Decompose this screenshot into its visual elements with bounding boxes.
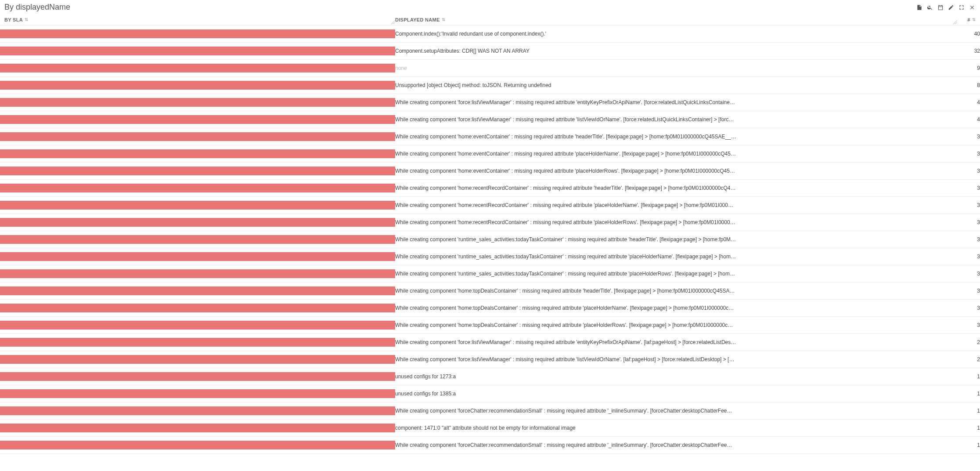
table-row[interactable]: While creating component 'runtime_sales_… (0, 231, 980, 248)
sla-bar (0, 98, 395, 107)
table-row[interactable]: While creating component 'home:eventCont… (0, 145, 980, 163)
count-cell: 3 (957, 265, 980, 283)
sla-cell (0, 283, 395, 300)
sla-bar (0, 321, 395, 330)
table-row[interactable]: Component.setupAttributes: CDR[] WAS NOT… (0, 43, 980, 60)
table-row[interactable]: While creating component 'home:recentRec… (0, 214, 980, 231)
count-cell: 3 (957, 214, 980, 231)
count-cell: 2 (957, 351, 980, 368)
sla-cell (0, 368, 395, 385)
displayed-name-cell: While creating component 'home:recentRec… (395, 197, 957, 214)
displayed-name-cell: While creating component 'home:topDealsC… (395, 300, 957, 317)
panel-header: By displayedName (0, 0, 980, 15)
count-cell: 3 (957, 283, 980, 300)
displayed-name-cell: unused configs for 1385:a (395, 385, 957, 402)
table-row[interactable]: Component.index():'Invalid redundant use… (0, 25, 980, 43)
column-resize-handle[interactable] (951, 16, 957, 22)
time-range-button[interactable] (937, 4, 944, 11)
count-cell: 1 (957, 368, 980, 385)
table-row[interactable]: While creating component 'force:listView… (0, 94, 980, 111)
column-header-by-sla[interactable]: BY SLA ⇅ (4, 17, 395, 22)
column-header-displayed-name[interactable]: DISPLAYED NAME ⇅ (395, 17, 957, 22)
table-row[interactable]: While creating component 'runtime_sales_… (0, 248, 980, 265)
table-row[interactable]: While creating component 'force:listView… (0, 351, 980, 368)
displayed-name-cell: While creating component 'home:eventCont… (395, 163, 957, 180)
table-row[interactable]: While creating component 'forceChatter:r… (0, 437, 980, 454)
edit-button[interactable] (948, 4, 955, 11)
table-row[interactable]: While creating component 'home:recentRec… (0, 180, 980, 197)
displayed-name-cell: While creating component 'force:listView… (395, 351, 957, 368)
displayed-name-cell: While creating component 'home:eventCont… (395, 128, 957, 145)
sla-cell (0, 265, 395, 283)
count-cell: 32 (957, 43, 980, 60)
sort-icon: ⇅ (25, 18, 28, 22)
count-cell: 3 (957, 248, 980, 265)
count-cell: 3 (957, 231, 980, 248)
count-cell: 3 (957, 317, 980, 334)
count-cell: 3 (957, 300, 980, 317)
sla-bar (0, 269, 395, 278)
sla-bar (0, 372, 395, 381)
table-row[interactable]: While creating component 'force:listView… (0, 111, 980, 128)
table-row[interactable]: Unsupported [object Object] method: toJS… (0, 77, 980, 94)
column-header-label: DISPLAYED NAME (395, 17, 440, 22)
sla-bar (0, 286, 395, 295)
sla-cell (0, 300, 395, 317)
fullscreen-button[interactable] (958, 4, 965, 11)
count-cell: 3 (957, 145, 980, 163)
count-cell: 4 (957, 111, 980, 128)
displayed-name-cell: component: 1471:0 "alt" attribute should… (395, 420, 957, 437)
sla-cell (0, 163, 395, 180)
table-row[interactable]: While creating component 'home:topDealsC… (0, 300, 980, 317)
table-row[interactable]: While creating component 'home:topDealsC… (0, 283, 980, 300)
sla-cell (0, 128, 395, 145)
count-cell: 2 (957, 334, 980, 351)
export-button[interactable] (916, 4, 923, 11)
table-row[interactable]: unused configs for 1385:a1 (0, 385, 980, 402)
displayed-name-cell: While creating component 'force:listView… (395, 111, 957, 128)
panel: By displayedName BY SLA ⇅ (0, 0, 980, 454)
displayed-name-cell: Component.setupAttributes: CDR[] WAS NOT… (395, 43, 957, 60)
count-cell: 40 (957, 25, 980, 43)
count-cell: 1 (957, 420, 980, 437)
count-cell: 3 (957, 163, 980, 180)
table-row[interactable]: unused configs for 1273:a1 (0, 368, 980, 385)
close-button[interactable] (969, 4, 976, 11)
displayed-name-cell: While creating component 'home:recentRec… (395, 214, 957, 231)
count-cell: 8 (957, 77, 980, 94)
sla-bar (0, 149, 395, 158)
sla-cell (0, 437, 395, 454)
sla-bar (0, 64, 395, 72)
sort-icon: ⇅ (972, 18, 976, 22)
column-resize-handle[interactable] (389, 16, 395, 22)
sla-bar (0, 389, 395, 398)
sla-cell (0, 248, 395, 265)
sort-icon: ⇅ (442, 18, 445, 22)
sla-cell (0, 25, 395, 43)
sla-bar (0, 355, 395, 364)
table-row[interactable]: While creating component 'home:eventCont… (0, 163, 980, 180)
sla-cell (0, 317, 395, 334)
table-row[interactable]: While creating component 'forceChatter:r… (0, 402, 980, 420)
sla-bar (0, 115, 395, 124)
column-header-count[interactable]: # ⇅ (957, 17, 976, 22)
table-row[interactable]: While creating component 'runtime_sales_… (0, 265, 980, 283)
table-row[interactable]: component: 1471:0 "alt" attribute should… (0, 420, 980, 437)
table-row[interactable]: none9 (0, 60, 980, 77)
displayed-name-cell: While creating component 'home:topDealsC… (395, 317, 957, 334)
sla-bar (0, 406, 395, 415)
sla-bar (0, 441, 395, 449)
table-row[interactable]: While creating component 'home:topDealsC… (0, 317, 980, 334)
count-cell: 1 (957, 437, 980, 454)
sla-cell (0, 231, 395, 248)
displayed-name-cell: While creating component 'force:listView… (395, 94, 957, 111)
zoom-button[interactable] (926, 4, 933, 11)
table-row[interactable]: While creating component 'force:listView… (0, 334, 980, 351)
sla-cell (0, 351, 395, 368)
sla-cell (0, 385, 395, 402)
sla-cell (0, 214, 395, 231)
sla-bar (0, 252, 395, 261)
column-headers: BY SLA ⇅ DISPLAYED NAME ⇅ # ⇅ (0, 15, 980, 25)
table-row[interactable]: While creating component 'home:eventCont… (0, 128, 980, 145)
table-row[interactable]: While creating component 'home:recentRec… (0, 197, 980, 214)
